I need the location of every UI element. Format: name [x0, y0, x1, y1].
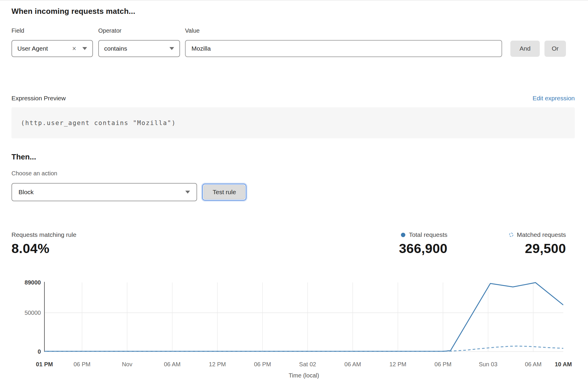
x-tick-label: 06 AM	[164, 361, 181, 368]
requests-chart: 8900050000001 PM06 PMNov06 AM12 PM06 PMS…	[11, 279, 585, 380]
stat-requests-matching: Requests matching rule 8.04%	[11, 231, 76, 256]
chevron-down-icon	[82, 47, 87, 50]
series-solid	[44, 283, 563, 351]
x-tick-label: Nov	[122, 361, 132, 368]
series-dashed	[44, 346, 563, 351]
expression-code-block: (http.user_agent contains "Mozilla")	[11, 107, 575, 138]
expression-preview-header: Expression Preview Edit expression	[11, 95, 575, 102]
y-tick-label: 50000	[11, 309, 41, 316]
stat-total-label: Total requests	[409, 231, 447, 238]
chart-svg	[11, 279, 563, 355]
y-tick-label: 0	[11, 348, 41, 355]
choose-action-label: Choose an action	[11, 170, 588, 177]
operator-select-value: contains	[104, 45, 127, 52]
value-input[interactable]	[185, 40, 502, 57]
stat-total-value: 366,900	[399, 241, 447, 256]
test-rule-focus-ring: Test rule	[202, 184, 246, 201]
clear-field-icon[interactable]: ×	[72, 45, 76, 52]
x-tick-label: 12 PM	[209, 361, 226, 368]
test-rule-button[interactable]: Test rule	[204, 185, 245, 199]
dashed-circle-icon	[509, 233, 513, 237]
x-tick-label: 12 PM	[389, 361, 407, 368]
firewall-rule-builder-page: When incoming requests match... Field Op…	[0, 0, 588, 381]
x-tick-label: 06 PM	[254, 361, 271, 368]
x-tick-label: Sun 03	[479, 361, 497, 368]
legend-total-requests: Total requests	[401, 231, 447, 238]
x-tick-label: Sat 02	[299, 361, 316, 368]
x-tick-label: 06 PM	[74, 361, 91, 368]
x-tick-label: 06 AM	[344, 361, 361, 368]
when-requests-match-heading: When incoming requests match...	[11, 7, 588, 16]
edit-expression-link[interactable]: Edit expression	[532, 95, 575, 102]
then-heading: Then...	[11, 152, 588, 162]
stat-matched-label: Matched requests	[517, 231, 566, 238]
stats-row: Requests matching rule 8.04% Total reque…	[11, 231, 566, 256]
builder-labels-row: Field Operator Value	[11, 27, 566, 34]
and-button[interactable]: And	[510, 41, 539, 57]
x-tick-label: 06 PM	[434, 361, 452, 368]
expression-code: (http.user_agent contains "Mozilla")	[21, 119, 176, 127]
operator-label: Operator	[98, 27, 185, 34]
x-tick-label: 06 AM	[525, 361, 542, 368]
x-axis-title: Time (local)	[289, 372, 319, 379]
legend-stats-group: Total requests 366,900 Matched requests …	[399, 231, 566, 256]
stat-matched-requests: Matched requests 29,500	[509, 231, 566, 256]
x-tick-label: 01 PM	[36, 361, 53, 368]
x-tick-label: 10 AM	[555, 361, 572, 368]
field-select-value: User Agent	[17, 45, 48, 52]
action-row: Block Test rule	[11, 183, 588, 201]
stat-matched-value: 29,500	[525, 241, 566, 256]
chevron-down-icon	[169, 47, 174, 50]
y-tick-label: 89000	[11, 279, 41, 286]
stat-matching-value: 8.04%	[11, 241, 76, 256]
operator-select[interactable]: contains	[98, 40, 180, 57]
chevron-down-icon	[185, 191, 190, 194]
action-select-value: Block	[19, 189, 34, 196]
value-label: Value	[185, 27, 200, 34]
field-select[interactable]: User Agent ×	[11, 40, 93, 57]
legend-matched-requests: Matched requests	[509, 231, 566, 238]
expression-preview-label: Expression Preview	[11, 95, 66, 102]
action-select[interactable]: Block	[11, 183, 197, 201]
solid-dot-icon	[401, 233, 405, 237]
stat-total-requests: Total requests 366,900	[399, 231, 447, 256]
stat-matching-label: Requests matching rule	[11, 231, 76, 238]
or-button[interactable]: Or	[544, 41, 566, 57]
field-label: Field	[11, 27, 98, 34]
builder-inputs-row: User Agent × contains And Or	[11, 40, 566, 57]
